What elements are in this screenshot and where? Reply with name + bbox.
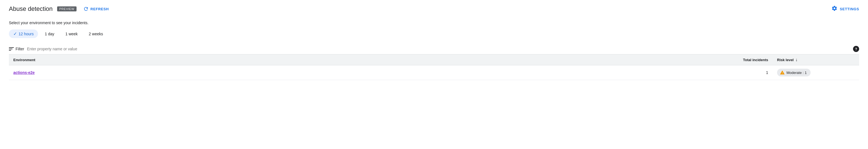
time-filter-2weeks[interactable]: 2 weeks <box>84 30 107 38</box>
settings-icon <box>831 5 837 13</box>
sort-down-icon: ↓ <box>795 57 798 62</box>
refresh-button[interactable]: REFRESH <box>81 5 111 13</box>
time-filter-1week[interactable]: 1 week <box>61 30 82 38</box>
refresh-icon <box>83 6 89 12</box>
col-incidents-header: Total incidents <box>713 58 768 62</box>
filter-label: Filter <box>16 47 24 51</box>
col-risk-header[interactable]: Risk level ↓ <box>777 57 855 62</box>
incidents-count-cell: 1 <box>713 70 768 75</box>
settings-label: SETTINGS <box>840 7 859 11</box>
preview-badge: PREVIEW <box>57 6 76 11</box>
environment-link[interactable]: actions-e2e <box>13 70 35 75</box>
risk-pill: Moderate : 1 <box>777 69 811 76</box>
environment-cell: actions-e2e <box>13 70 713 75</box>
filter-bar: Filter ? <box>9 44 859 54</box>
header-left: Abuse detection PREVIEW REFRESH <box>9 5 111 13</box>
table-container: Environment Total incidents Risk level ↓… <box>9 54 859 80</box>
risk-level-text: Moderate : 1 <box>786 71 807 75</box>
time-filters: ✓ 12 hours 1 day 1 week 2 weeks <box>9 29 859 38</box>
risk-badge-cell: Moderate : 1 <box>777 69 855 76</box>
check-icon: ✓ <box>13 31 17 36</box>
settings-button[interactable]: SETTINGS <box>831 5 859 13</box>
filter-lines-icon <box>9 47 14 51</box>
table-header: Environment Total incidents Risk level ↓ <box>9 54 859 65</box>
page-title: Abuse detection <box>9 5 53 13</box>
page-container: Abuse detection PREVIEW REFRESH SETTINGS… <box>0 0 868 80</box>
time-filter-12hours-label: 12 hours <box>19 32 34 36</box>
subtitle: Select your environment to see your inci… <box>9 21 859 25</box>
filter-bar-inner: Filter <box>9 47 853 51</box>
help-icon[interactable]: ? <box>853 46 859 52</box>
table-row: actions-e2e 1 Moderate : 1 <box>9 65 859 80</box>
time-filter-1day-label: 1 day <box>45 32 54 36</box>
filter-input[interactable] <box>27 47 853 51</box>
time-filter-1day[interactable]: 1 day <box>40 30 59 38</box>
time-filter-2weeks-label: 2 weeks <box>89 32 103 36</box>
header-row: Abuse detection PREVIEW REFRESH SETTINGS <box>9 5 859 13</box>
warning-triangle-icon <box>780 70 785 75</box>
time-filter-1week-label: 1 week <box>65 32 78 36</box>
filter-icon-label: Filter <box>9 47 24 51</box>
refresh-label: REFRESH <box>90 7 109 11</box>
time-filter-12hours[interactable]: ✓ 12 hours <box>9 29 38 38</box>
col-environment-header: Environment <box>13 58 713 62</box>
